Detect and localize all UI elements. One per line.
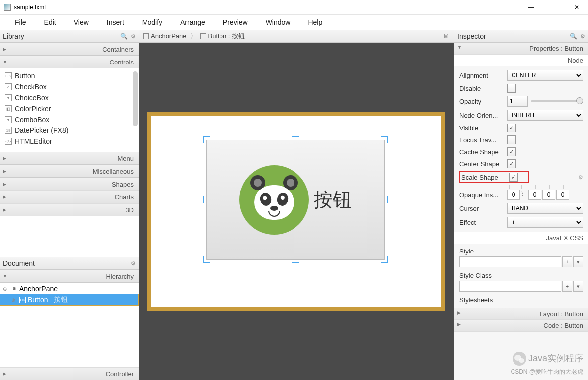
library-section-shapes[interactable]: ▶Shapes	[0, 178, 139, 190]
chevron-right-icon: 〉	[190, 32, 197, 41]
close-button[interactable]: ✕	[565, 0, 588, 15]
centershape-checkbox[interactable]: ✓	[507, 159, 516, 168]
inset-input[interactable]	[556, 190, 569, 200]
library-item-checkbox[interactable]: ✓CheckBox	[0, 81, 139, 92]
inset-input[interactable]	[507, 190, 520, 200]
effect-select[interactable]: +	[507, 217, 583, 228]
window-title: sample.fxml	[14, 4, 519, 11]
menu-edit[interactable]: Edit	[35, 16, 65, 28]
library-scrollbar[interactable]	[133, 71, 138, 126]
inspector-category-node: Node	[454, 55, 588, 66]
library-item-button[interactable]: OKButton	[0, 70, 139, 81]
library-section-controls[interactable]: ▼Controls	[0, 56, 139, 68]
stage[interactable]: 按钮	[147, 112, 445, 311]
button-icon	[200, 33, 206, 39]
library-section-misc[interactable]: ▶Miscellaneous	[0, 165, 139, 178]
disable-checkbox[interactable]	[507, 84, 516, 93]
button-widget[interactable]: 按钮	[206, 140, 385, 260]
library-section-3d[interactable]: ▶3D	[0, 203, 139, 216]
menu-insert[interactable]: Insert	[98, 16, 133, 28]
dropdown-button[interactable]: ▾	[573, 281, 583, 292]
document-header: Document ⚙	[0, 257, 139, 270]
gear-icon[interactable]: ⚙	[131, 260, 136, 267]
inset-input[interactable]	[528, 190, 541, 200]
dropdown-button[interactable]: ▾	[573, 256, 583, 267]
styleclass-input[interactable]	[459, 281, 561, 292]
inspector-header: Inspector 🔍 ⚙	[454, 30, 588, 43]
gear-icon[interactable]: ⚙	[131, 33, 136, 40]
gear-icon[interactable]: ⚙	[578, 174, 583, 181]
focustrav-checkbox[interactable]	[507, 135, 516, 144]
document-section-controller[interactable]: ▶Controller	[0, 367, 139, 380]
inspector-section-layout[interactable]: ▶Layout : Button	[454, 308, 588, 320]
resize-handle[interactable]	[381, 196, 388, 203]
visible-checkbox[interactable]: ✓	[507, 124, 516, 132]
add-button[interactable]: +	[562, 281, 572, 292]
canvas[interactable]: 按钮	[139, 43, 454, 380]
resize-handle[interactable]	[203, 136, 210, 143]
library-header: Library 🔍 ⚙	[0, 30, 139, 43]
resize-handle[interactable]	[203, 196, 210, 203]
library-section-containers[interactable]: ▶Containers	[0, 43, 139, 56]
search-icon[interactable]: 🔍	[570, 33, 577, 40]
resize-handle[interactable]	[292, 256, 299, 263]
menubar: File Edit View Insert Modify Arrange Pre…	[0, 15, 588, 30]
button-text: 按钮	[314, 188, 352, 213]
library-item-combobox[interactable]: ▾ComboBox	[0, 114, 139, 125]
library-section-charts[interactable]: ▶Charts	[0, 190, 139, 203]
hierarchy-item-button[interactable]: ⊕OKButton 按钮	[0, 294, 139, 306]
inspector-category-css: JavaFX CSS	[454, 232, 588, 244]
breadcrumb: AnchorPane 〉 Button : 按钮 🗎	[139, 30, 454, 43]
menu-window[interactable]: Window	[257, 16, 299, 28]
menu-preview[interactable]: Preview	[214, 16, 257, 28]
inset-input[interactable]	[542, 190, 555, 200]
document-title: Document	[3, 259, 35, 267]
menu-help[interactable]: Help	[299, 16, 331, 28]
menu-modify[interactable]: Modify	[133, 16, 171, 28]
library-item-choicebox[interactable]: ▾ChoiceBox	[0, 92, 139, 103]
gear-icon[interactable]: ⚙	[580, 33, 585, 40]
menu-view[interactable]: View	[65, 16, 98, 28]
breadcrumb-child[interactable]: Button : 按钮	[208, 32, 245, 41]
app-icon	[4, 4, 11, 11]
library-item-colorpicker[interactable]: ◧ColorPicker	[0, 103, 139, 114]
alignment-select[interactable]: CENTER	[507, 70, 583, 81]
add-button[interactable]: +	[562, 256, 572, 267]
inspector-title: Inspector	[457, 32, 486, 40]
menu-arrange[interactable]: Arrange	[171, 16, 214, 28]
library-title: Library	[3, 32, 24, 40]
document-icon[interactable]: 🗎	[443, 32, 450, 40]
resize-handle[interactable]	[381, 256, 388, 263]
search-icon[interactable]: 🔍	[120, 33, 128, 40]
document-section-hierarchy[interactable]: ▼Hierarchy	[0, 270, 139, 283]
breadcrumb-root[interactable]: AnchorPane	[151, 32, 187, 40]
cursor-select[interactable]: HAND	[507, 203, 583, 214]
opacity-slider[interactable]	[531, 100, 583, 102]
resize-handle[interactable]	[292, 136, 299, 143]
menu-file[interactable]: File	[6, 16, 35, 28]
anchorpane-icon	[143, 33, 149, 39]
hierarchy-item-anchorpane[interactable]: ⊖⊞AnchorPane	[0, 284, 139, 294]
inspector-section-code[interactable]: ▶Code : Button	[454, 320, 588, 332]
opacity-input[interactable]	[507, 96, 528, 107]
resize-handle[interactable]	[381, 136, 388, 143]
panda-icon	[239, 165, 309, 235]
inspector-section-properties[interactable]: ▼Properties : Button	[454, 43, 588, 55]
library-section-menu[interactable]: ▶Menu	[0, 152, 139, 165]
library-item-htmleditor[interactable]: </>HTMLEditor	[0, 136, 139, 147]
library-item-datepicker[interactable]: 19DatePicker (FX8)	[0, 125, 139, 136]
scaleshape-checkbox[interactable]: ✓	[509, 173, 518, 182]
minimize-button[interactable]: —	[519, 0, 542, 15]
maximize-button[interactable]: ☐	[542, 0, 565, 15]
cacheshape-checkbox[interactable]: ✓	[507, 147, 516, 156]
style-input[interactable]	[459, 256, 561, 267]
resize-handle[interactable]	[203, 256, 210, 263]
nodeorient-select[interactable]: INHERIT	[507, 110, 583, 121]
